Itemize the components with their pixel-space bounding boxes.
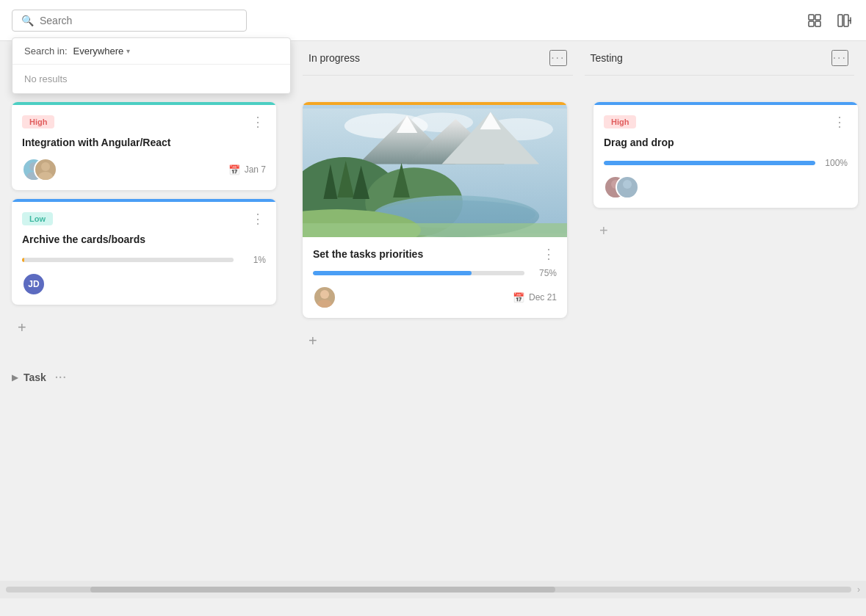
progress-drag: 100%	[604, 158, 848, 168]
avatars-tasks	[313, 286, 331, 309]
top-bar-actions	[804, 10, 854, 31]
svg-point-36	[620, 189, 635, 198]
card-image-mountain	[303, 105, 567, 237]
column-menu-testing[interactable]: ···	[831, 50, 848, 66]
card-title-archive: Archive the cards/boards	[22, 233, 266, 246]
mountain-svg	[303, 105, 567, 237]
priority-badge-low: Low	[22, 212, 53, 225]
col-in-progress: Set the tasks priorities ⋮ 75%	[303, 102, 582, 352]
progress-bar-fill-drag	[604, 161, 815, 165]
add-column-button[interactable]	[834, 10, 854, 31]
progress-bar-bg-drag	[604, 161, 815, 165]
column-label-testing: Testing	[591, 52, 623, 64]
add-column-icon	[837, 13, 851, 28]
priority-badge-high: High	[22, 115, 54, 128]
card-footer-integration: 📅 Jan 7	[22, 158, 266, 181]
svg-point-35	[623, 180, 632, 189]
horizontal-scrollbar[interactable]: ›	[0, 581, 866, 598]
task-group-menu[interactable]: ···	[55, 372, 67, 383]
progress-bar-fill-tasks	[313, 271, 472, 275]
grid-view-button[interactable]	[804, 10, 825, 31]
card-body-tasks: Set the tasks priorities ⋮ 75%	[303, 237, 567, 318]
card-footer-archive: JD	[22, 272, 266, 296]
progress-bar-bg-archive	[22, 258, 234, 262]
progress-row-archive: 1%	[22, 255, 266, 265]
progress-bar-bg-tasks	[313, 271, 524, 275]
add-inprogress-card-button[interactable]: +	[303, 330, 582, 352]
group-task-label: Task	[24, 372, 46, 383]
card-archive: Low ⋮ Archive the cards/boards 1%	[12, 199, 276, 305]
svg-point-11	[38, 172, 53, 180]
progress-text-archive: 1%	[239, 255, 266, 265]
search-in-label: Search in:	[24, 46, 68, 57]
column-label-in-progress: In progress	[308, 52, 360, 64]
card-menu-drag[interactable]: ⋮	[831, 115, 848, 128]
scrollbar-track	[6, 587, 851, 593]
card-menu-integration[interactable]: ⋮	[250, 115, 266, 128]
svg-rect-4	[838, 15, 842, 26]
progress-text-drag: 100%	[821, 158, 848, 168]
calendar-icon: 📅	[228, 164, 240, 175]
svg-rect-30	[303, 223, 567, 237]
columns-row-feature: High ⋮ Integration with Angular/React	[0, 102, 866, 364]
grid-icon	[807, 13, 822, 28]
main-content: In progress ··· Testing ··· ▼ Feature ··…	[0, 41, 866, 598]
avatars-integration	[22, 158, 51, 181]
card-menu-tasks[interactable]: ⋮	[541, 247, 557, 261]
search-dropdown: Search in: Everywhere ▾ No results	[12, 37, 291, 94]
card-header-integration: High ⋮	[22, 115, 266, 128]
card-date-integration: 📅 Jan 7	[228, 164, 266, 175]
search-input[interactable]	[40, 15, 237, 26]
progress-row-tasks: 75%	[313, 268, 557, 278]
card-footer-tasks: 📅 Dec 21	[313, 286, 557, 309]
add-todo-card-button[interactable]: +	[12, 316, 291, 339]
scroll-arrow-right[interactable]: ›	[857, 584, 860, 595]
card-header-drag: High ⋮	[604, 115, 848, 128]
svg-rect-0	[809, 15, 814, 20]
avatar-tasks-1	[313, 286, 336, 309]
col-testing: High ⋮ Drag and drop 100%	[593, 102, 866, 242]
avatar-jd: JD	[22, 272, 46, 296]
scrollbar-thumb[interactable]	[90, 587, 555, 593]
priority-badge-drag-high: High	[604, 115, 636, 128]
progress-bar-fill-archive	[22, 258, 24, 262]
card-footer-drag	[604, 175, 848, 199]
card-tasks-priorities: Set the tasks priorities ⋮ 75%	[303, 102, 567, 318]
progress-archive: 1%	[22, 255, 266, 265]
card-header-tasks: Set the tasks priorities ⋮	[313, 247, 557, 261]
date-text-integration: Jan 7	[245, 164, 266, 175]
group-task-header[interactable]: ▶ Task ···	[0, 364, 866, 391]
search-icon: 🔍	[21, 15, 34, 26]
avatars-archive: JD	[22, 272, 40, 296]
column-header-in-progress: In progress ···	[303, 41, 573, 76]
card-title-drag: Drag and drop	[604, 136, 848, 149]
svg-rect-3	[815, 21, 820, 26]
search-in-select[interactable]: Everywhere ▾	[73, 46, 131, 57]
avatars-drag	[604, 175, 633, 199]
date-text-tasks: Dec 21	[529, 292, 557, 302]
column-menu-in-progress[interactable]: ···	[549, 50, 566, 66]
card-date-tasks: 📅 Dec 21	[513, 292, 557, 303]
card-body-archive: Low ⋮ Archive the cards/boards 1%	[12, 202, 276, 305]
card-menu-archive[interactable]: ⋮	[250, 212, 266, 225]
search-in-row: Search in: Everywhere ▾	[12, 38, 290, 65]
svg-point-32	[317, 300, 332, 308]
chevron-down-icon: ▾	[126, 47, 130, 55]
card-title-tasks: Set the tasks priorities	[313, 247, 423, 261]
svg-rect-2	[809, 21, 814, 26]
top-bar: 🔍 Search in: Everywhere ▾ No results	[0, 0, 866, 41]
avatar-drag-2	[616, 175, 639, 199]
col-todo: High ⋮ Integration with Angular/React	[12, 102, 291, 339]
card-drag-drop: High ⋮ Drag and drop 100%	[593, 102, 858, 208]
card-integration: High ⋮ Integration with Angular/React	[12, 102, 276, 190]
progress-row-drag: 100%	[604, 158, 848, 168]
svg-point-10	[41, 162, 50, 171]
svg-point-31	[320, 290, 329, 299]
search-box[interactable]: 🔍	[12, 10, 247, 32]
svg-rect-5	[844, 15, 848, 26]
search-container: 🔍 Search in: Everywhere ▾ No results	[12, 10, 804, 32]
avatar-2	[34, 158, 57, 181]
add-testing-card-button[interactable]: +	[593, 220, 614, 242]
svg-rect-1	[815, 15, 820, 20]
progress-text-tasks: 75%	[530, 268, 557, 278]
